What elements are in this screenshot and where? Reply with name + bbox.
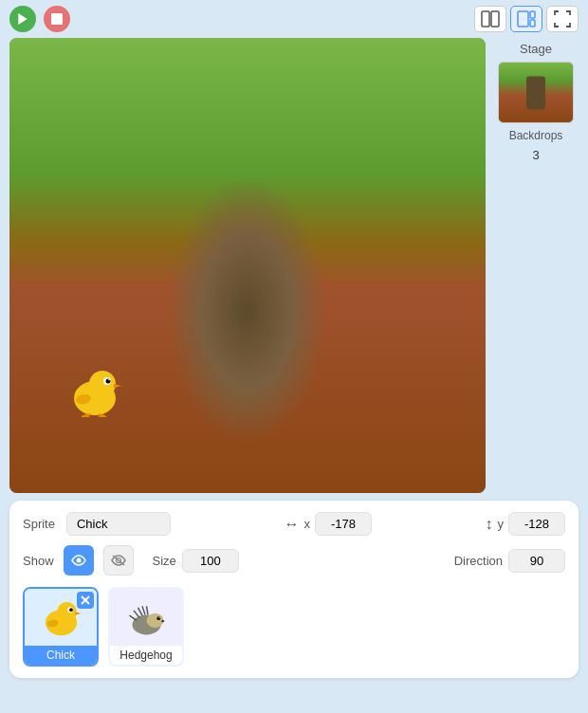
x-value-input[interactable] [315,512,372,536]
svg-marker-12 [114,384,121,388]
props-row: Show Size Direction [23,545,565,576]
svg-rect-5 [530,11,535,18]
size-label: Size [153,554,176,568]
top-bar [0,0,588,38]
hide-eye-button[interactable] [103,545,134,576]
chick-thumb-label: Chick [25,646,97,665]
top-bar-left [9,6,70,32]
svg-line-37 [142,606,145,614]
chick-sprite-on-stage[interactable] [66,365,123,417]
sprite-thumb-chick[interactable]: Chick [23,587,99,667]
fullscreen-button[interactable] [546,6,579,32]
svg-point-30 [69,608,73,612]
svg-point-22 [76,558,81,563]
show-eye-button[interactable] [64,545,94,576]
sprite-list: Chick [23,587,565,667]
hedgehog-thumb-label: Hedgehog [110,646,182,665]
svg-point-42 [161,620,164,622]
svg-rect-6 [530,20,535,27]
svg-line-38 [146,606,148,614]
direction-group: Direction [454,549,565,573]
svg-rect-1 [51,13,63,25]
direction-input[interactable] [508,549,565,573]
stage-sidebar: Stage Backdrops 3 [493,38,579,493]
sprite-name-input[interactable] [66,512,171,536]
stage-layout-button[interactable] [510,6,542,32]
stage-canvas [9,38,486,493]
svg-rect-3 [491,11,499,27]
svg-point-8 [89,371,116,397]
show-label: Show [23,554,54,568]
svg-marker-0 [18,13,27,25]
svg-point-40 [156,616,160,620]
x-coord-group: ↔ x [284,512,372,536]
sprite-thumb-hedgehog[interactable]: Hedgehog [108,587,184,667]
backdrops-label: Backdrops [509,129,563,142]
y-coord-group: ↕ y [486,512,566,536]
svg-point-28 [57,602,77,622]
x-axis-icon: ↔ [284,516,299,533]
svg-rect-2 [482,11,489,27]
top-bar-right [474,6,579,32]
stage-sidebar-label: Stage [520,42,552,56]
bottom-panel: Sprite ↔ x ↕ y Show [9,501,579,678]
backdrops-count: 3 [532,148,539,162]
stage-area: Stage Backdrops 3 [0,38,588,501]
svg-line-35 [134,611,139,618]
split-layout-button[interactable] [474,6,506,32]
svg-point-34 [146,613,163,628]
svg-point-41 [158,617,159,618]
main-stage [9,38,486,493]
svg-rect-4 [518,11,528,27]
sprite-label: Sprite [23,517,55,531]
y-value-input[interactable] [508,512,565,536]
x-label: x [303,517,310,531]
direction-label: Direction [454,554,503,568]
delete-chick-button[interactable] [77,592,94,609]
y-label: y [498,517,505,531]
stage-background [9,38,486,493]
green-flag-button[interactable] [9,6,36,32]
hedgehog-thumb-image [110,589,182,646]
stage-thumbnail[interactable] [498,62,574,123]
svg-line-36 [138,608,142,615]
stop-button[interactable] [44,6,70,32]
size-group: Size [153,549,239,573]
svg-point-11 [108,379,110,381]
y-axis-icon: ↕ [486,516,493,533]
size-input[interactable] [182,549,239,573]
svg-line-39 [129,615,137,620]
sprite-row: Sprite ↔ x ↕ y [23,512,565,536]
svg-marker-31 [75,612,81,614]
